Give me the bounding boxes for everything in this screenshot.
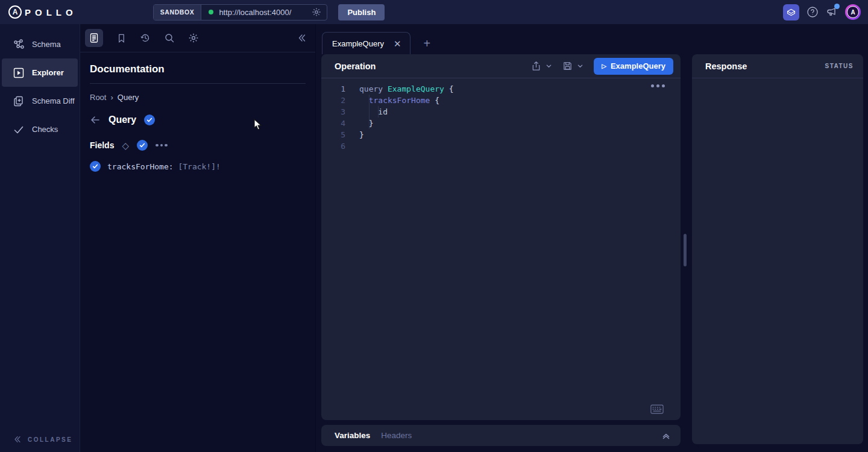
tab-variables[interactable]: Variables [335,431,370,440]
panel-resize-handle[interactable] [684,234,687,266]
sidebar-item-label: Schema Diff [32,96,75,105]
code-line[interactable]: 3 id [321,106,681,118]
apollo-logo[interactable]: A POLLO [0,5,88,19]
save-dropdown-chevron-icon[interactable] [577,63,583,69]
sidebar-item-schema-diff[interactable]: Schema Diff [2,87,78,115]
sidebar-item-explorer[interactable]: Explorer [2,58,78,87]
share-dropdown-chevron-icon[interactable] [546,63,552,69]
endpoint-settings-gear-icon[interactable] [312,7,321,17]
field-row-tracksForHome[interactable]: tracksForHome: [Track!]! [90,161,306,172]
save-icon[interactable] [562,61,573,71]
endpoint-url[interactable]: http://localhost:4000/ [219,8,312,17]
sandbox-badge: SANDBOX [154,5,202,20]
response-panel: Response STATUS [692,54,863,444]
fields-diamond-icon[interactable]: ◇ [122,141,129,150]
breadcrumb-separator: › [110,93,113,102]
tab-label: ExampleQuery [332,39,384,48]
explorer-play-icon [13,67,25,79]
line-number: 3 [321,106,345,118]
double-chevron-left-icon [13,435,22,444]
sidebar-collapse-button[interactable]: COLLAPSE [0,435,80,444]
back-arrow-icon[interactable] [90,115,101,125]
sidebar-item-checks[interactable]: Checks [2,115,78,143]
tab-headers[interactable]: Headers [381,431,412,440]
apollo-logo-icon: A [8,5,22,19]
run-button-label: ExampleQuery [611,61,665,71]
code-line[interactable]: 2 tracksForHome { [321,95,681,106]
checks-checkmark-icon [13,124,25,136]
graphql-code-editor[interactable]: 1 query ExampleQuery { 2 tracksForHome {… [321,78,681,420]
topbar-right-actions: A [783,4,868,20]
sidebar-item-schema[interactable]: Schema [2,30,78,58]
operation-panel: Operation ▷ Exam [321,54,681,420]
sidebar-item-label: Explorer [32,68,64,77]
response-title: Response [705,61,747,71]
tab-close-icon[interactable]: ✕ [394,39,401,48]
breadcrumb-root[interactable]: Root [90,93,106,102]
tab-bar: ExampleQuery ✕ + [316,24,868,54]
line-number: 6 [321,140,345,152]
search-icon[interactable] [164,33,175,43]
connection-status-dot [209,10,213,14]
variables-headers-bar: Variables Headers [321,425,681,446]
code-line[interactable]: 6 [321,140,681,152]
tab-example-query[interactable]: ExampleQuery ✕ [322,32,410,54]
fields-label: Fields [90,140,114,150]
expand-variables-chevron-icon[interactable] [661,431,671,441]
left-nav-sidebar: Schema Explorer Schema Diff Checks [0,24,80,452]
response-header: Response STATUS [692,54,863,78]
publish-button[interactable]: Publish [338,4,385,20]
announcements-megaphone-icon[interactable] [826,6,838,18]
notification-dot [834,4,840,9]
field-type[interactable]: [Track!]! [178,162,220,171]
history-icon[interactable] [140,33,151,43]
indent-guide [378,106,379,118]
sidebar-item-label: Checks [32,125,58,134]
fields-select-all-check-icon[interactable] [137,140,148,151]
share-icon[interactable] [531,61,541,71]
topbar: A POLLO SANDBOX http://localhost:4000/ P… [0,0,868,24]
bookmarks-icon[interactable] [116,33,127,43]
line-number: 2 [321,95,345,106]
operation-actions: ▷ ExampleQuery [531,58,673,75]
docs-toolbar [80,24,315,52]
main-area: ExampleQuery ✕ + Operation [316,24,868,452]
fields-more-options-icon[interactable] [156,144,168,147]
apollo-sandbox-app: A POLLO SANDBOX http://localhost:4000/ P… [0,0,868,452]
collapse-label: COLLAPSE [28,436,72,443]
type-selected-check-icon[interactable] [144,115,155,125]
endpoint-bar: SANDBOX http://localhost:4000/ [153,4,328,20]
field-name: tracksForHome: [107,162,174,171]
fields-header-row: Fields ◇ [90,140,306,151]
breadcrumb-current: Query [118,93,139,102]
line-number: 4 [321,118,345,129]
response-status-label: STATUS [825,63,854,69]
breadcrumb: Root › Query [90,93,306,102]
run-operation-button[interactable]: ▷ ExampleQuery [594,58,673,75]
documentation-tab-icon[interactable] [85,29,103,47]
documentation-panel: Documentation Root › Query Query Fields … [80,24,316,452]
keyboard-shortcuts-icon[interactable] [650,404,664,414]
operation-title: Operation [335,61,376,71]
docs-collapse-icon[interactable] [297,33,307,43]
code-line[interactable]: 1 query ExampleQuery { [321,83,681,95]
line-number: 1 [321,83,345,95]
field-selected-check-icon[interactable] [90,161,101,172]
user-avatar[interactable]: A [845,4,861,20]
code-line[interactable]: 4 } [321,118,681,129]
new-tab-icon[interactable]: + [424,37,431,49]
schema-graph-icon [13,39,25,51]
run-play-icon: ▷ [602,63,606,69]
sidebar-item-label: Schema [32,40,61,49]
editor-overflow-menu-icon[interactable] [651,84,665,87]
explorer-settings-gear-icon[interactable] [188,33,199,43]
type-title: Query [108,115,136,125]
help-icon[interactable] [807,6,819,18]
code-line[interactable]: 5 } [321,129,681,140]
docs-title: Documentation [90,63,306,75]
operation-header: Operation ▷ Exam [321,54,681,78]
type-header-row: Query [90,115,306,125]
indent-guide [369,95,370,129]
sandbox-cube-icon[interactable] [783,4,799,20]
apollo-logo-text: POLLO [25,7,77,17]
